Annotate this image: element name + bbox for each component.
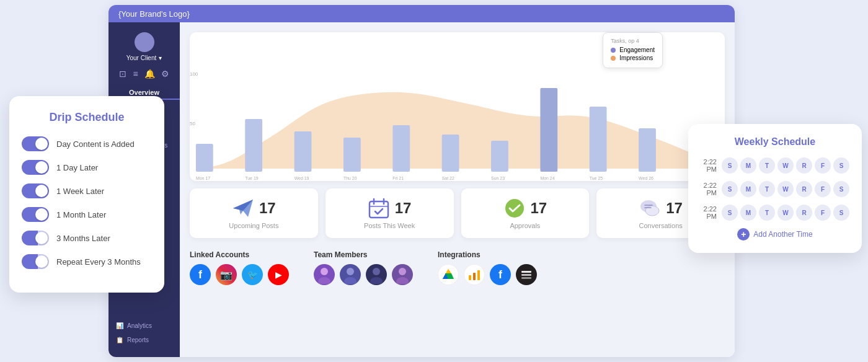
drip-label-0: Day Content is Added [56,139,135,149]
facebook-account[interactable]: f [190,264,211,285]
stat-card-upcoming-posts: 17 Upcoming Posts [190,188,318,238]
drip-toggle-0[interactable] [22,136,49,151]
day-btn-S2[interactable]: S [722,205,738,221]
youtube-account[interactable]: ▶ [268,264,289,285]
day-btn-S21[interactable]: S [833,181,849,197]
day-btn-S1[interactable]: S [722,181,738,197]
svg-rect-55 [521,277,531,279]
client-name[interactable]: Your Client ▾ [126,55,162,61]
check-circle-icon [503,197,526,219]
weekly-row-2: 2:22 PM S M T W R F S [701,205,849,221]
analytics-icon: 📊 [116,322,123,329]
conversations-number: 17 [666,200,683,217]
weekly-row-0: 2:22 PM S M T W R F S [701,157,849,174]
day-btn-M1[interactable]: M [740,181,756,197]
brand-logo-text: {Your Brand's Logo} [118,9,190,19]
day-btn-T1[interactable]: T [759,181,775,197]
svg-point-38 [344,277,356,284]
sidebar-item-analytics[interactable]: 📊 Analytics [108,319,180,333]
svg-rect-3 [343,138,361,172]
day-btn-R1[interactable]: R [796,181,812,197]
add-another-time-button[interactable]: + Add Another Time [701,228,849,241]
add-time-label: Add Another Time [753,230,812,239]
drip-label-2: 1 Week Later [56,187,104,196]
tooltip-impressions: Impressions [611,55,655,61]
svg-rect-26 [370,201,388,218]
drip-toggle-1[interactable] [22,160,49,175]
day-btn-W1[interactable]: W [777,181,794,197]
team-member-4[interactable] [392,264,413,285]
bell-icon[interactable]: 🔔 [144,69,155,79]
day-btn-R2[interactable]: R [796,205,812,221]
instagram-account[interactable]: 📷 [216,264,237,285]
weekly-time-1: 2:22 PM [701,182,717,196]
chart-card: Tasks, op 4 Engagement Impressions [190,32,725,181]
chat-bubble-icon [639,197,661,219]
sidebar-nav-icons: ⊡ ≡ 🔔 ⚙ [119,69,169,79]
svg-text:Mon 17: Mon 17 [196,176,210,180]
day-btn-S20[interactable]: S [833,157,849,174]
weekly-row-1: 2:22 PM S M T W R F S [701,181,849,197]
buffer-integration[interactable] [516,264,537,285]
drip-item-0: Day Content is Added [22,136,152,151]
svg-rect-5 [442,135,459,172]
posts-week-value-group: 17 [368,197,412,219]
linked-accounts-section: Linked Accounts f 📷 🐦 ▶ [190,250,289,285]
svg-rect-8 [590,107,607,172]
drip-toggle-4[interactable] [22,231,49,245]
drip-label-4: 3 Months Later [56,234,110,243]
team-member-2[interactable] [340,264,361,285]
svg-text:Mon 24: Mon 24 [540,176,554,180]
day-buttons-0: S M T W R F S [722,157,849,174]
drip-toggle-2[interactable] [22,183,49,198]
google-drive-integration[interactable] [438,264,459,285]
integrations-title: Integrations [438,250,537,259]
team-member-3[interactable] [366,264,387,285]
dashboard-container: {Your Brand's Logo} Your Client ▾ ⊡ ≡ 🔔 … [108,5,735,357]
day-btn-S0[interactable]: S [722,157,738,174]
day-btn-S22[interactable]: S [833,205,849,221]
engagement-dot [611,48,616,53]
drip-label-5: Repeat Every 3 Months [56,257,141,267]
day-btn-F0[interactable]: F [815,157,831,174]
team-member-1[interactable] [314,264,335,285]
integration-icons: f [438,264,537,285]
day-btn-M2[interactable]: M [740,205,756,221]
calendar-check-icon [368,197,390,219]
day-btn-T2[interactable]: T [759,205,775,221]
monitor-icon[interactable]: ⊡ [119,69,126,79]
integrations-section: Integrations [438,250,537,285]
day-btn-R0[interactable]: R [796,157,812,174]
day-btn-M0[interactable]: M [740,157,756,174]
day-btn-F2[interactable]: F [815,205,831,221]
analytics-integration[interactable] [464,264,485,285]
weekly-schedule-card: Weekly Schedule 2:22 PM S M T W R F S 2:… [688,124,862,253]
drip-item-1: 1 Day Later [22,160,152,175]
paper-plane-icon [232,197,254,219]
posts-week-label: Posts This Week [364,222,415,229]
svg-rect-54 [521,274,531,276]
day-btn-W0[interactable]: W [777,157,794,174]
svg-point-42 [396,277,409,284]
svg-rect-7 [540,88,557,172]
day-btn-F1[interactable]: F [815,181,831,197]
svg-text:Tue 19: Tue 19 [245,176,258,180]
drip-item-2: 1 Week Later [22,183,152,198]
svg-rect-9 [639,128,656,172]
settings-icon[interactable]: ⚙ [161,69,169,79]
svg-rect-52 [477,270,480,280]
add-time-plus-icon: + [737,228,750,241]
day-buttons-2: S M T W R F S [722,205,849,221]
drip-toggle-3[interactable] [22,207,49,222]
day-btn-W2[interactable]: W [777,205,794,221]
twitter-account[interactable]: 🐦 [242,264,263,285]
sidebar-item-reports[interactable]: 📋 Reports [108,333,180,347]
svg-point-37 [347,268,354,275]
facebook-integration[interactable]: f [490,264,511,285]
drip-toggle-5[interactable] [22,254,49,269]
day-btn-T0[interactable]: T [759,157,775,174]
avatar-2 [341,265,360,284]
drip-schedule-card: Drip Schedule Day Content is Added 1 Day… [9,96,164,293]
svg-rect-2 [294,131,312,172]
list-icon[interactable]: ≡ [133,69,138,79]
